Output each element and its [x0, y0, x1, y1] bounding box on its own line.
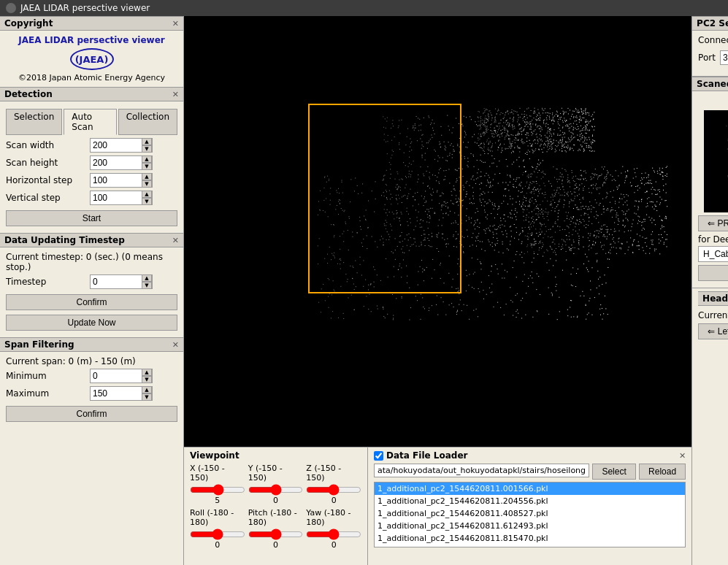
current-span-text: Current span: 0 (m) - 150 (m) [6, 356, 177, 366]
data-loader-checkbox[interactable] [374, 451, 383, 461]
file-list[interactable]: 1_additional_pc2_1544620811.001566.pkl1_… [374, 482, 686, 547]
update-now-button[interactable]: Update Now [6, 315, 177, 331]
tab-selection[interactable]: Selection [6, 109, 62, 135]
file-path-row: ata/hokuyodata/out_hokuyodatapkl/stairs/… [374, 464, 686, 480]
scaned-object-content: H_Stairs_F ⇐ PREV NEXT ⇒ for Deep Learni… [692, 91, 728, 288]
span-confirm-button[interactable]: Confirm [6, 406, 177, 422]
scan-height-up[interactable]: ▲ [142, 155, 152, 163]
x-slider-col: X (-150 - 150) 5 [190, 464, 245, 505]
scan-width-input: ▲ ▼ [90, 138, 177, 153]
timestep-spinbox[interactable]: ▲ ▼ [90, 274, 153, 289]
scan-width-spinbox[interactable]: ▲ ▼ [90, 138, 153, 153]
jaea-logo: (JAEA) [70, 48, 114, 70]
list-item[interactable]: 1_additional_pc2_1544620811.204556.pkl [375, 495, 685, 507]
lidar-canvas[interactable] [184, 16, 691, 447]
timestep-label: Timestep [6, 277, 90, 287]
list-item[interactable]: 1_additional_pc2_1544620812.019492.pkl [375, 545, 685, 547]
minimum-row: Minimum ▲ ▼ [6, 369, 177, 383]
roll-slider[interactable] [190, 529, 245, 540]
y-slider[interactable] [248, 484, 304, 496]
category-select[interactable]: H_CableH_Stairs_FH_Stairs_BPipeWall [698, 246, 728, 262]
scan-width-spin-buttons: ▲ ▼ [142, 138, 152, 153]
data-loader-title: Data File Loader [386, 450, 467, 461]
scan-height-label: Scan height [6, 158, 90, 168]
data-updating-header: Data Updating Timestep ✕ [0, 233, 183, 247]
window-title: JAEA LIDAR persective viewer [20, 3, 150, 13]
pc2-content: Connection state: Not connected Port ▲ ▼… [692, 31, 728, 76]
heading-btn-row: ⇐ Left Right ⇒ [698, 323, 728, 339]
select-button[interactable]: Select [592, 464, 636, 480]
port-spinbox[interactable]: ▲ ▼ [720, 50, 728, 65]
scan-height-spinbox[interactable]: ▲ ▼ [90, 155, 153, 170]
list-item[interactable]: 1_additional_pc2_1544620811.408527.pkl [375, 507, 685, 520]
yaw-slider[interactable] [306, 529, 361, 540]
reload-button[interactable]: Reload [639, 464, 686, 480]
data-updating-close-icon[interactable]: ✕ [172, 236, 179, 245]
logo-container: (JAEA) [6, 48, 177, 70]
scan-height-down[interactable]: ▼ [142, 163, 152, 170]
detection-header: Detection ✕ [0, 87, 183, 101]
vertical-step-field[interactable] [91, 191, 142, 204]
maximum-input: ▲ ▼ [90, 386, 177, 401]
data-updating-label: Data Updating Timestep [4, 235, 125, 245]
timestep-up[interactable]: ▲ [142, 274, 152, 282]
roll-value: 0 [215, 540, 220, 550]
port-field[interactable] [721, 51, 728, 64]
tab-autoscan[interactable]: Auto Scan [64, 109, 116, 135]
scan-width-up[interactable]: ▲ [142, 138, 152, 145]
horizontal-step-spinbox[interactable]: ▲ ▼ [90, 173, 153, 188]
horizontal-step-up[interactable]: ▲ [142, 173, 152, 180]
maximum-down[interactable]: ▼ [142, 393, 152, 401]
vertical-step-down[interactable]: ▼ [142, 198, 152, 205]
horizontal-step-down[interactable]: ▼ [142, 180, 152, 188]
maximum-up[interactable]: ▲ [142, 386, 152, 393]
confirm-button[interactable]: Confirm [6, 294, 177, 310]
roll-slider-col: Roll (-180 - 180) 0 [190, 508, 245, 550]
vertical-step-input: ▲ ▼ [90, 191, 177, 205]
translation-sliders: X (-150 - 150) 5 Y (-150 - 150) 0 Z (-15… [190, 464, 361, 505]
x-slider[interactable] [190, 484, 245, 496]
bottom-bar: Viewpoint X (-150 - 150) 5 Y (-150 - 150… [184, 447, 691, 565]
save-learning-button[interactable]: Save as Learning Data [698, 265, 728, 281]
scan-height-field[interactable] [91, 156, 142, 169]
vertical-step-up[interactable]: ▲ [142, 191, 152, 198]
x-label: X (-150 - 150) [190, 464, 245, 483]
maximum-spinbox[interactable]: ▲ ▼ [90, 386, 153, 401]
window-icon [6, 3, 16, 13]
tab-collection[interactable]: Collection [118, 109, 177, 135]
list-item[interactable]: 1_additional_pc2_1544620811.815470.pkl [375, 532, 685, 545]
maximum-label: Maximum [6, 388, 90, 399]
object-preview [704, 110, 728, 212]
vertical-step-spinbox[interactable]: ▲ ▼ [90, 191, 153, 205]
span-filtering-label: Span Filtering [4, 339, 74, 350]
maximum-field[interactable] [91, 387, 142, 400]
viewpoint-panel: Viewpoint X (-150 - 150) 5 Y (-150 - 150… [184, 447, 368, 565]
span-filtering-close-icon[interactable]: ✕ [172, 340, 179, 350]
timestep-field[interactable] [91, 275, 142, 288]
viewport-canvas[interactable] [184, 16, 691, 447]
scan-height-input: ▲ ▼ [90, 155, 177, 170]
list-item[interactable]: 1_additional_pc2_1544620811.001566.pkl [375, 483, 685, 495]
port-row: Port ▲ ▼ Connect [698, 50, 728, 66]
prev-button[interactable]: ⇐ PREV [698, 215, 728, 231]
start-button[interactable]: Start [6, 210, 177, 226]
minimum-field[interactable] [91, 369, 142, 383]
z-slider[interactable] [306, 484, 361, 496]
left-button[interactable]: ⇐ Left [698, 323, 728, 339]
preview-canvas [704, 110, 728, 212]
pitch-slider[interactable] [248, 529, 304, 540]
x-value: 5 [215, 496, 220, 505]
minimum-down[interactable]: ▼ [142, 376, 152, 383]
scan-width-field[interactable] [91, 139, 142, 152]
horizontal-step-field[interactable] [91, 174, 142, 187]
scan-width-down[interactable]: ▼ [142, 145, 152, 153]
detection-close-icon[interactable]: ✕ [172, 90, 179, 99]
data-loader-close-icon[interactable]: ✕ [679, 451, 686, 461]
horizontal-step-label: Horizontal step [6, 175, 90, 185]
copyright-close-icon[interactable]: ✕ [172, 19, 179, 28]
minimum-up[interactable]: ▲ [142, 369, 152, 376]
timestep-down[interactable]: ▼ [142, 282, 152, 289]
list-item[interactable]: 1_additional_pc2_1544620811.612493.pkl [375, 520, 685, 532]
minimum-spinbox[interactable]: ▲ ▼ [90, 369, 153, 383]
heading-title: Heading Rotation [702, 293, 728, 304]
